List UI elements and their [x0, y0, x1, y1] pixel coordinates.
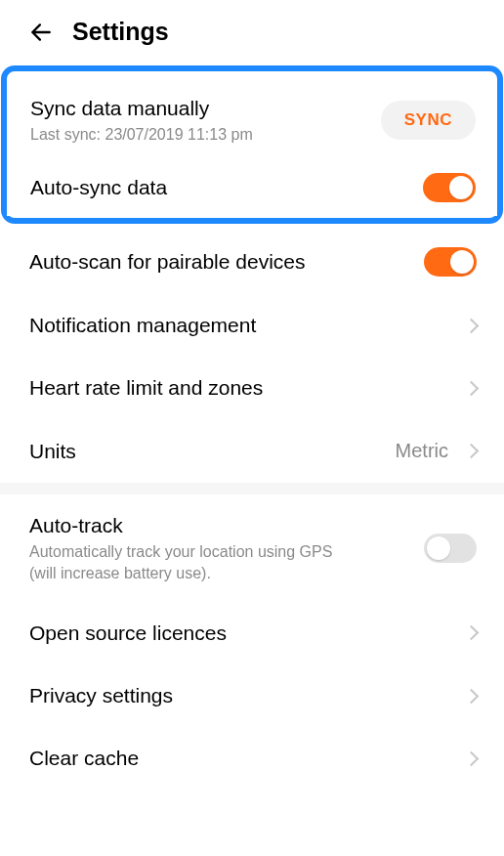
units-title: Units [29, 438, 396, 465]
auto-scan-title: Auto-scan for pairable devices [29, 248, 424, 276]
notification-title: Notification management [29, 312, 454, 339]
auto-sync-toggle[interactable] [423, 173, 476, 202]
sync-button[interactable]: SYNC [381, 101, 476, 140]
clear-cache-text: Clear cache [29, 745, 454, 772]
open-source-title: Open source licences [29, 620, 454, 647]
back-button[interactable] [27, 19, 55, 46]
units-value-group: Metric [396, 440, 477, 462]
units-value: Metric [396, 440, 448, 462]
page-title: Settings [72, 18, 169, 46]
chevron-right-icon [464, 318, 480, 333]
heart-rate-row[interactable]: Heart rate limit and zones [0, 357, 504, 419]
open-source-text: Open source licences [29, 620, 454, 647]
toggle-knob [427, 536, 450, 560]
header: Settings [0, 0, 504, 60]
privacy-text: Privacy settings [29, 682, 454, 709]
auto-track-sub: Automatically track your location using … [29, 541, 342, 583]
toggle-knob [450, 250, 474, 274]
sync-data-title: Sync data manually [30, 95, 381, 122]
auto-scan-text: Auto-scan for pairable devices [29, 248, 424, 276]
settings-screen: Settings Sync data manually Last sync: 2… [0, 0, 504, 856]
privacy-row[interactable]: Privacy settings [0, 664, 504, 727]
units-text: Units [29, 438, 396, 465]
notification-row[interactable]: Notification management [0, 294, 504, 357]
open-source-row[interactable]: Open source licences [0, 602, 504, 664]
clear-cache-title: Clear cache [29, 745, 454, 772]
clear-cache-row[interactable]: Clear cache [0, 727, 504, 790]
auto-track-title: Auto-track [29, 512, 424, 539]
auto-scan-toggle[interactable] [424, 247, 477, 277]
auto-track-toggle[interactable] [424, 534, 477, 563]
chevron-right-icon [464, 625, 480, 641]
privacy-title: Privacy settings [29, 682, 454, 709]
toggle-knob [449, 176, 473, 199]
section-divider [0, 483, 504, 494]
back-arrow-icon [28, 20, 54, 45]
sync-data-sub: Last sync: 23/07/2019 11:13 pm [30, 124, 381, 146]
auto-sync-text: Auto-sync data [30, 174, 423, 201]
notification-text: Notification management [29, 312, 454, 339]
chevron-right-icon [464, 381, 480, 397]
auto-track-text: Auto-track Automatically track your loca… [29, 512, 424, 584]
chevron-right-icon [464, 444, 480, 459]
chevron-right-icon [464, 688, 480, 704]
sync-data-row[interactable]: Sync data manually Last sync: 23/07/2019… [7, 81, 497, 159]
auto-track-row[interactable]: Auto-track Automatically track your loca… [0, 494, 504, 602]
units-row[interactable]: Units Metric [0, 420, 504, 483]
heart-rate-text: Heart rate limit and zones [29, 374, 454, 402]
auto-sync-title: Auto-sync data [30, 174, 423, 201]
sync-data-text: Sync data manually Last sync: 23/07/2019… [30, 95, 381, 146]
sync-section-highlight: Sync data manually Last sync: 23/07/2019… [1, 65, 503, 224]
auto-scan-row[interactable]: Auto-scan for pairable devices [0, 230, 504, 294]
auto-sync-row[interactable]: Auto-sync data [7, 159, 497, 216]
heart-rate-title: Heart rate limit and zones [29, 374, 454, 402]
chevron-right-icon [464, 751, 480, 767]
